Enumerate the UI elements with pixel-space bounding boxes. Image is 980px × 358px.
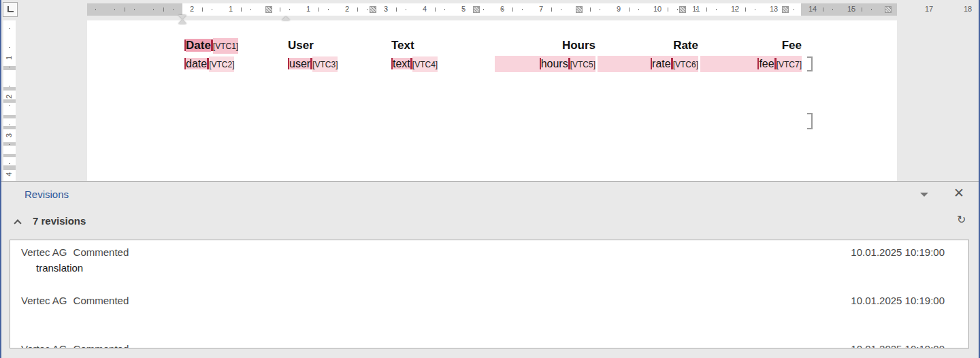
comment-anchor-icon (184, 39, 186, 51)
window-border-left (0, 0, 1, 358)
revision-author: Vertec AG (21, 343, 67, 348)
table-header-cell[interactable]: Hours (495, 37, 595, 54)
table-column-marker[interactable] (885, 6, 892, 13)
field-label: fee (759, 58, 774, 69)
table-field-cell[interactable]: date[VTC2] (184, 56, 286, 72)
vtc-field-tag: [VTC3] (312, 56, 338, 72)
comment-anchor-icon (540, 58, 541, 69)
comment-anchor-icon (774, 58, 777, 69)
revision-timestamp: 10.01.2025 10:19:00 (851, 343, 945, 348)
table-header-cell[interactable]: Fee (700, 37, 802, 54)
revision-action: Commented (74, 246, 129, 258)
vtc-field-tag: [VTC5] (570, 56, 595, 72)
header-label: User (288, 39, 314, 52)
tab-selector-button[interactable] (3, 2, 18, 17)
table-column-marker[interactable] (679, 6, 686, 13)
ruler-number: 3 (5, 129, 14, 142)
comment-range-bracket (807, 56, 813, 71)
table-field-cell[interactable]: hours[VTC5] (495, 56, 595, 72)
revision-item[interactable]: Vertec AG Commented 10.01.2025 10:19:00 (10, 295, 968, 306)
field-label: user (289, 58, 310, 69)
table-field-cell[interactable]: rate[VTC6] (598, 56, 698, 72)
ruler-number: 18 (960, 5, 976, 13)
revision-item[interactable]: Vertec AG Commented 10.01.2025 10:19:00 … (10, 246, 968, 274)
vtc-field-tag: [VTC1] (213, 38, 238, 54)
ruler-number: 17 (921, 5, 937, 13)
revision-timestamp: 10.01.2025 10:19:00 (851, 295, 945, 306)
comment-anchor-icon (671, 58, 673, 69)
panel-title: Revisions (24, 189, 69, 200)
vtc-field-tag: [VTC4] (412, 56, 438, 72)
ruler-number: 4 (5, 168, 14, 180)
ruler-row-block (3, 154, 16, 157)
comment-anchor-icon (757, 58, 759, 69)
table-column-marker[interactable] (576, 6, 583, 13)
comment-anchor-icon (568, 58, 570, 69)
header-label: Hours (562, 39, 595, 52)
tab-stop-icon (7, 6, 14, 12)
horizontal-ruler[interactable]: 21123456791011121314151718 (87, 3, 897, 16)
comment-anchor-icon (310, 58, 312, 69)
cell-indent-marker[interactable] (282, 16, 290, 20)
indent-marker[interactable] (178, 15, 186, 24)
panel-menu-caret-icon[interactable] (920, 193, 928, 197)
comment-anchor-icon (391, 58, 393, 69)
table-column-marker[interactable] (265, 6, 272, 13)
header-label: Rate (673, 39, 698, 52)
table-header-cell[interactable]: Rate (598, 37, 698, 54)
ruler-number: 1 (5, 52, 14, 64)
comment-anchor-icon (410, 58, 412, 69)
comment-anchor-icon (288, 58, 289, 69)
hanging-indent-icon (178, 20, 186, 24)
field-label: rate (652, 58, 671, 69)
table-header-cell[interactable]: User (288, 37, 389, 54)
vertical-ruler[interactable]: 1234 (3, 20, 16, 181)
table-column-marker[interactable] (473, 6, 480, 13)
vtc-field-tag: [VTC6] (673, 56, 698, 72)
header-label: Text (391, 39, 414, 52)
field-label: date (186, 58, 207, 69)
revision-item[interactable]: Vertec AG Commented 10.01.2025 10:19:00 (10, 343, 968, 348)
revision-timestamp: 10.01.2025 10:19:00 (851, 246, 945, 258)
table-column-marker[interactable] (782, 6, 789, 13)
ruler-number: 2 (5, 91, 14, 103)
refresh-icon[interactable]: ↻ (957, 213, 966, 226)
header-label: Fee (782, 39, 802, 52)
comment-anchor-icon (211, 39, 213, 51)
table-field-cell[interactable]: user[VTC3] (288, 56, 389, 72)
revisions-list[interactable]: Vertec AG Commented 10.01.2025 10:19:00 … (10, 240, 969, 348)
table-column-marker[interactable] (370, 6, 376, 13)
vtc-field-tag: [VTC2] (209, 56, 234, 72)
header-label: Date (186, 39, 211, 52)
revisions-count: 7 revisions (33, 215, 86, 227)
revision-author: Vertec AG (21, 246, 67, 258)
comment-anchor-icon (651, 58, 652, 69)
revision-action: Commented (74, 295, 129, 306)
table-field-cell[interactable]: fee[VTC7] (700, 56, 802, 72)
revision-comment: translation (36, 262, 945, 274)
hanging-indent-icon (282, 16, 290, 20)
revision-action: Commented (74, 343, 129, 348)
close-icon[interactable]: ✕ (953, 185, 964, 201)
field-label: hours (541, 58, 568, 69)
revision-author: Vertec AG (21, 295, 67, 306)
table-header-cell[interactable]: Date[VTC1] (184, 37, 286, 54)
comment-anchor-icon (184, 58, 186, 69)
comment-range-bracket (807, 113, 813, 129)
comment-anchor-icon (207, 58, 209, 69)
first-line-indent-icon (178, 15, 186, 19)
field-label: text (393, 58, 410, 69)
vtc-field-tag: [VTC7] (777, 56, 802, 72)
ruler-active-area (182, 3, 801, 16)
ruler-row-block (3, 115, 16, 118)
table-header-cell[interactable]: Text (391, 37, 493, 54)
table-field-cell[interactable]: text[VTC4] (391, 56, 493, 72)
